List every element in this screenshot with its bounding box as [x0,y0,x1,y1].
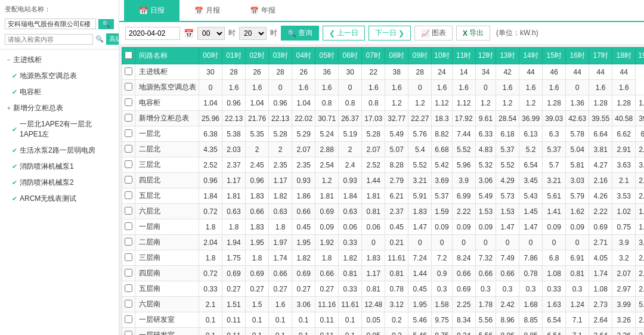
query-button[interactable]: 🔍 查询 [281,26,319,41]
row-checkbox-cell[interactable] [122,219,135,235]
row-value-cell: 0.09 [432,219,452,235]
row-checkbox-cell[interactable] [122,126,135,142]
row-value-cell: 2.64 [589,328,612,336]
row-checkbox-cell[interactable] [122,142,135,157]
row-value-cell: 6.64 [589,126,612,142]
row-value-cell: 0.1 [246,312,269,328]
row-checkbox[interactable] [125,284,132,292]
row-checkbox-cell[interactable] [122,95,135,111]
row-value-cell: 6.54 [543,328,566,336]
row-value-cell: 5.76 [408,126,432,142]
row-checkbox-cell[interactable] [122,173,135,188]
row-checkbox-cell[interactable] [122,64,135,80]
row-checkbox[interactable] [125,83,132,91]
row-checkbox[interactable] [125,191,132,199]
row-value-cell: 2.35 [292,157,315,173]
row-checkbox[interactable] [125,222,132,230]
row-value-cell: 5.7 [543,157,566,173]
row-value-cell: 0.27 [246,281,269,297]
row-value-cell: 1.6 [292,80,315,95]
row-value-cell: 1.6 [496,80,519,95]
row-checkbox[interactable] [125,67,132,75]
table-row: 五层南0.330.270.270.270.270.270.330.810.780… [122,281,645,297]
hour-select[interactable]: 0001020304050607080910111213141516171819… [197,27,225,40]
sidebar-item-elec-cabinet[interactable]: ✔电容柜 [0,84,119,100]
sidebar-item-1f-sub[interactable]: ✔一层北1APE2有一层北1APE1左 [0,116,119,142]
row-checkbox[interactable] [125,207,132,215]
tab-daily[interactable]: 📅日报 [124,0,179,21]
calendar-tab-icon: 📅 [139,7,148,15]
row-value-cell: 1.82 [269,188,292,204]
row-checkbox[interactable] [125,114,132,122]
row-checkbox[interactable] [125,98,132,106]
select-all-checkbox[interactable] [125,51,132,59]
row-checkbox[interactable] [125,269,132,277]
hour-header-11时: 11时 [452,48,475,64]
row-value-cell: 2.16 [589,173,612,188]
row-value-cell: 5.78 [566,126,589,142]
row-checkbox-cell[interactable] [122,266,135,281]
name-header: 间路名称 [135,48,199,64]
row-checkbox-cell[interactable] [122,281,135,297]
row-value-cell: 32.77 [385,111,408,126]
row-name: 地源热泵空调总表 [135,80,199,95]
row-checkbox-cell[interactable] [122,235,135,250]
row-checkbox[interactable] [125,315,132,323]
row-value-cell: 8.96 [496,328,519,336]
sidebar-item-fire-pump1[interactable]: ✔消防喷淋机械泵1 [0,159,119,175]
row-checkbox[interactable] [125,129,132,137]
row-value-cell: 5.81 [566,157,589,173]
row-checkbox[interactable] [125,238,132,246]
sidebar-item-arcm[interactable]: ✔ARCM无线表测试 [0,191,119,207]
row-checkbox-cell[interactable] [122,250,135,266]
row-value-cell: 5.56 [475,312,496,328]
row-value-cell: 0.1 [199,328,222,336]
row-checkbox[interactable] [125,160,132,168]
row-value-cell: 1.6 [362,80,385,95]
export-button[interactable]: X 导出 [456,26,490,41]
row-value-cell: 44 [519,64,543,80]
date-input[interactable] [125,27,180,40]
row-value-cell: 1.04 [199,95,222,111]
tab-monthly[interactable]: 📅月报 [179,0,235,21]
tab-yearly[interactable]: 📅年报 [235,0,290,21]
sidebar-item-fire-pump2[interactable]: ✔消防喷淋机械泵2 [0,175,119,191]
row-checkbox-cell[interactable] [122,204,135,219]
chart-button[interactable]: 📈 图表 [414,26,453,41]
row-value-cell: 0.45 [292,219,315,235]
next-day-button[interactable]: 下一日 ❯ [369,26,411,41]
row-checkbox[interactable] [125,176,132,184]
station-input[interactable] [5,18,96,29]
row-value-cell: 0.27 [292,281,315,297]
row-checkbox-cell[interactable] [122,297,135,312]
row-checkbox-cell[interactable] [122,312,135,328]
sidebar-item-new-sub-cabinet[interactable]: +新增分立柜总表 [0,100,119,116]
row-checkbox-cell[interactable] [122,188,135,204]
select-all-header[interactable] [122,48,135,64]
sidebar-item-geo-heat-ac[interactable]: ✔地源热泵空调总表 [0,68,119,84]
sidebar-item-water-pump[interactable]: ✔生活水泵2路一层弱电房 [0,142,119,159]
prev-day-button[interactable]: ❮ 上一日 [323,26,365,41]
row-checkbox-cell[interactable] [122,80,135,95]
row-value-cell: 22 [362,64,385,80]
row-value-cell: 24 [432,64,452,80]
row-value-cell: 2.37 [222,157,246,173]
advanced-filter-button[interactable]: 高级选择 [106,33,119,45]
row-value-cell: 0 [408,235,432,250]
row-checkbox[interactable] [125,145,132,153]
minute-select[interactable]: 000510152025303540455055 [239,27,267,40]
row-checkbox-cell[interactable] [122,111,135,126]
row-checkbox-cell[interactable] [122,157,135,173]
row-checkbox[interactable] [125,253,132,261]
station-search-button[interactable]: 🔍 [98,19,114,29]
row-value-cell: 36 [315,64,339,80]
row-value-cell: 0.72 [199,266,222,281]
row-checkbox[interactable] [125,331,132,336]
row-checkbox[interactable] [125,300,132,308]
row-checkbox-cell[interactable] [122,328,135,336]
station-row: 🔍 [0,16,119,32]
sidebar-item-main-cabinet[interactable]: −主进线柜 [0,52,119,68]
row-value-cell: 0.63 [269,204,292,219]
filter-input[interactable] [5,34,93,45]
row-value-cell: 1.2 [408,95,432,111]
